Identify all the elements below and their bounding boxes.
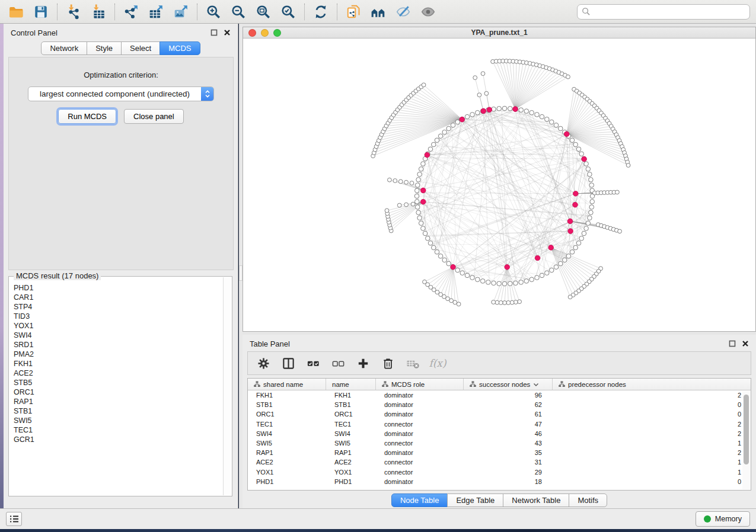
refresh-button[interactable] (311, 2, 331, 21)
mcds-result-item[interactable]: ACE2 (14, 368, 223, 378)
table-cell: connector (376, 421, 464, 428)
table-cell: STB1 (248, 401, 326, 408)
open-file-button[interactable] (6, 2, 26, 21)
table-cell: RAP1 (326, 449, 376, 456)
table-row[interactable]: SWI5SWI5connector431 (248, 438, 751, 448)
table-body: FKH1FKH1dominator962STB1STB1dominator620… (248, 390, 751, 486)
column-header-predecessor-nodes[interactable]: predecessor nodes (553, 379, 751, 390)
mcds-result-item[interactable]: SRD1 (14, 340, 223, 350)
save-session-button[interactable] (31, 2, 51, 21)
column-selector-button[interactable] (277, 353, 299, 373)
export-network-button[interactable] (121, 2, 141, 21)
tab-network-table[interactable]: Network Table (503, 493, 569, 507)
export-table-button[interactable] (146, 2, 166, 21)
select-all-rows-button[interactable] (302, 353, 324, 373)
mcds-result-list[interactable]: PHD1CAR1STP4TID3YOX1SWI4SRD1PMA2FKH1ACE2… (9, 277, 223, 495)
table-cell: 0 (553, 478, 751, 485)
table-row[interactable]: RAP1RAP1dominator352 (248, 448, 751, 457)
mcds-result-scrollbar[interactable] (223, 277, 231, 495)
mcds-result-item[interactable]: SWI4 (14, 331, 223, 340)
table-row[interactable]: TEC1TEC1connector472 (248, 419, 751, 429)
mcds-result-item[interactable]: FKH1 (14, 359, 223, 368)
close-panel-icon[interactable] (742, 340, 749, 347)
table-cell: FKH1 (248, 392, 326, 399)
tab-motifs[interactable]: Motifs (569, 493, 607, 507)
maximize-window-icon[interactable] (273, 29, 281, 37)
table-scrollbar-thumb[interactable] (744, 395, 749, 464)
table-scrollbar[interactable] (742, 391, 750, 489)
mcds-result-item[interactable]: SWI5 (14, 416, 223, 425)
zoom-in-button[interactable] (203, 2, 224, 21)
column-header-successor-nodes[interactable]: successor nodes (464, 379, 553, 390)
delete-column-button[interactable] (377, 353, 398, 373)
toolbar-separator (304, 4, 305, 20)
mcds-result-item[interactable]: ORC1 (14, 387, 223, 397)
mcds-result-item[interactable]: RAP1 (14, 397, 223, 406)
table-row[interactable]: STB1STB1dominator620 (248, 400, 751, 409)
mcds-result-item[interactable]: STB5 (14, 378, 223, 387)
node-table: shared namenameMCDS rolesuccessor nodesp… (247, 378, 751, 491)
deselect-all-rows-button[interactable] (327, 353, 349, 373)
search-input[interactable] (594, 7, 745, 16)
import-table-button[interactable] (88, 2, 109, 21)
main-toolbar (0, 0, 756, 24)
table-cell: STB1 (326, 401, 376, 408)
float-panel-icon[interactable] (210, 29, 218, 36)
mcds-result-item[interactable]: YOX1 (14, 321, 223, 331)
mcds-result-item[interactable]: STB1 (14, 406, 223, 416)
table-cell: FKH1 (326, 392, 376, 399)
search-box[interactable] (577, 4, 750, 20)
column-header-shared-name[interactable]: shared name (248, 379, 326, 390)
mcds-panel: Optimization criterion: largest connecte… (8, 57, 234, 270)
table-row[interactable]: ORC1ORC1dominator610 (248, 409, 751, 419)
table-row[interactable]: PHD1PHD1dominator180 (248, 477, 751, 486)
add-column-button[interactable] (352, 353, 374, 373)
table-row[interactable]: SWI4SWI4dominator462 (248, 429, 751, 438)
run-mcds-button[interactable]: Run MCDS (58, 109, 116, 124)
tab-node-table[interactable]: Node Table (391, 493, 448, 507)
table-row[interactable]: ACE2ACE2connector311 (248, 457, 751, 467)
criterion-dropdown[interactable]: largest connected component (undirected) (28, 86, 214, 101)
optimization-criterion-label: Optimization criterion: (9, 70, 233, 79)
import-network-button[interactable] (63, 2, 84, 21)
table-cell: connector (376, 440, 464, 447)
tab-select[interactable]: Select (121, 41, 160, 55)
network-window-titlebar[interactable]: YPA_prune.txt_1 (243, 27, 755, 39)
column-label: shared name (263, 381, 303, 388)
table-cell: 47 (464, 421, 553, 428)
float-panel-icon[interactable] (729, 340, 736, 347)
toolbar-separator (57, 4, 58, 20)
panel-menu-button[interactable] (6, 512, 22, 526)
mcds-result-item[interactable]: PMA2 (14, 350, 223, 359)
mcds-result-item[interactable]: TID3 (14, 312, 223, 321)
zoom-fit-button[interactable] (253, 2, 273, 21)
table-cell: 0 (553, 401, 751, 408)
column-header-MCDS-role[interactable]: MCDS role (376, 379, 464, 390)
network-canvas[interactable] (243, 39, 755, 331)
mcds-result-item[interactable]: GCR1 (14, 435, 223, 444)
tab-network[interactable]: Network (41, 41, 87, 55)
close-panel-button[interactable]: Close panel (124, 109, 184, 124)
tab-edge-table[interactable]: Edge Table (447, 493, 503, 507)
tab-mcds[interactable]: MCDS (160, 41, 200, 55)
mcds-result-item[interactable]: STP4 (14, 302, 223, 312)
show-all-button[interactable] (418, 2, 438, 21)
clone-network-button[interactable] (343, 2, 363, 21)
table-row[interactable]: YOX1YOX1connector291 (248, 467, 751, 477)
close-window-icon[interactable] (248, 29, 256, 37)
column-header-name[interactable]: name (326, 379, 376, 390)
mcds-result-item[interactable]: CAR1 (14, 293, 223, 302)
zoom-out-button[interactable] (228, 2, 248, 21)
zoom-selected-button[interactable] (278, 2, 298, 21)
first-neighbors-button[interactable] (368, 2, 388, 21)
tab-style[interactable]: Style (87, 41, 122, 55)
minimize-window-icon[interactable] (261, 29, 269, 37)
hide-selected-button[interactable] (393, 2, 413, 21)
mcds-result-item[interactable]: PHD1 (14, 283, 223, 293)
memory-button[interactable]: Memory (696, 511, 750, 527)
export-image-button[interactable] (171, 2, 191, 21)
mcds-result-item[interactable]: TEC1 (14, 425, 223, 435)
table-row[interactable]: FKH1FKH1dominator962 (248, 390, 751, 400)
close-panel-icon[interactable] (224, 29, 231, 36)
table-options-button[interactable] (253, 353, 274, 373)
